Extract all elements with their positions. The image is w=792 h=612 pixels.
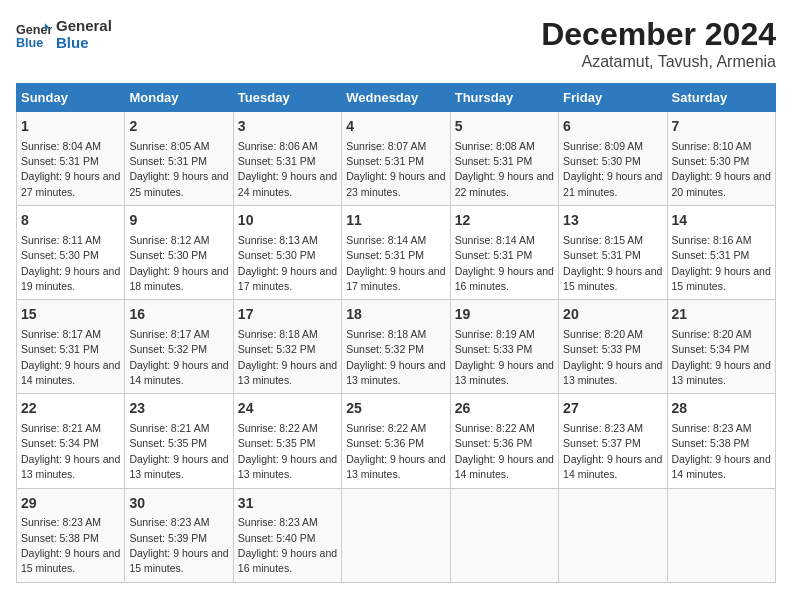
day-number: 11 bbox=[346, 211, 445, 231]
calendar-cell: 28Sunrise: 8:23 AMSunset: 5:38 PMDayligh… bbox=[667, 394, 775, 488]
day-number: 6 bbox=[563, 117, 662, 137]
calendar-cell: 13Sunrise: 8:15 AMSunset: 5:31 PMDayligh… bbox=[559, 206, 667, 300]
day-detail: Sunrise: 8:15 AMSunset: 5:31 PMDaylight:… bbox=[563, 234, 662, 292]
day-detail: Sunrise: 8:16 AMSunset: 5:31 PMDaylight:… bbox=[672, 234, 771, 292]
day-detail: Sunrise: 8:12 AMSunset: 5:30 PMDaylight:… bbox=[129, 234, 228, 292]
day-detail: Sunrise: 8:21 AMSunset: 5:34 PMDaylight:… bbox=[21, 422, 120, 480]
day-detail: Sunrise: 8:22 AMSunset: 5:35 PMDaylight:… bbox=[238, 422, 337, 480]
week-row-2: 8Sunrise: 8:11 AMSunset: 5:30 PMDaylight… bbox=[17, 206, 776, 300]
week-row-3: 15Sunrise: 8:17 AMSunset: 5:31 PMDayligh… bbox=[17, 300, 776, 394]
logo-line1: General bbox=[56, 17, 112, 34]
calendar-cell: 27Sunrise: 8:23 AMSunset: 5:37 PMDayligh… bbox=[559, 394, 667, 488]
calendar-cell: 2Sunrise: 8:05 AMSunset: 5:31 PMDaylight… bbox=[125, 112, 233, 206]
calendar-cell bbox=[559, 488, 667, 582]
calendar-cell: 20Sunrise: 8:20 AMSunset: 5:33 PMDayligh… bbox=[559, 300, 667, 394]
calendar-cell: 23Sunrise: 8:21 AMSunset: 5:35 PMDayligh… bbox=[125, 394, 233, 488]
day-number: 28 bbox=[672, 399, 771, 419]
calendar-cell: 26Sunrise: 8:22 AMSunset: 5:36 PMDayligh… bbox=[450, 394, 558, 488]
day-detail: Sunrise: 8:20 AMSunset: 5:33 PMDaylight:… bbox=[563, 328, 662, 386]
day-detail: Sunrise: 8:17 AMSunset: 5:31 PMDaylight:… bbox=[21, 328, 120, 386]
day-number: 22 bbox=[21, 399, 120, 419]
calendar-cell: 8Sunrise: 8:11 AMSunset: 5:30 PMDaylight… bbox=[17, 206, 125, 300]
day-number: 27 bbox=[563, 399, 662, 419]
day-detail: Sunrise: 8:23 AMSunset: 5:40 PMDaylight:… bbox=[238, 516, 337, 574]
day-detail: Sunrise: 8:21 AMSunset: 5:35 PMDaylight:… bbox=[129, 422, 228, 480]
day-detail: Sunrise: 8:22 AMSunset: 5:36 PMDaylight:… bbox=[346, 422, 445, 480]
day-detail: Sunrise: 8:11 AMSunset: 5:30 PMDaylight:… bbox=[21, 234, 120, 292]
day-number: 7 bbox=[672, 117, 771, 137]
page-header: General Blue General Blue December 2024 … bbox=[16, 16, 776, 71]
logo-icon: General Blue bbox=[16, 16, 52, 52]
day-number: 8 bbox=[21, 211, 120, 231]
page-title: December 2024 bbox=[541, 16, 776, 53]
calendar-cell: 15Sunrise: 8:17 AMSunset: 5:31 PMDayligh… bbox=[17, 300, 125, 394]
day-detail: Sunrise: 8:14 AMSunset: 5:31 PMDaylight:… bbox=[346, 234, 445, 292]
calendar-cell: 9Sunrise: 8:12 AMSunset: 5:30 PMDaylight… bbox=[125, 206, 233, 300]
day-number: 16 bbox=[129, 305, 228, 325]
day-number: 1 bbox=[21, 117, 120, 137]
calendar-cell: 17Sunrise: 8:18 AMSunset: 5:32 PMDayligh… bbox=[233, 300, 341, 394]
logo-line2: Blue bbox=[56, 34, 112, 51]
calendar-cell: 30Sunrise: 8:23 AMSunset: 5:39 PMDayligh… bbox=[125, 488, 233, 582]
calendar-header-row: SundayMondayTuesdayWednesdayThursdayFrid… bbox=[17, 84, 776, 112]
day-detail: Sunrise: 8:18 AMSunset: 5:32 PMDaylight:… bbox=[238, 328, 337, 386]
week-row-5: 29Sunrise: 8:23 AMSunset: 5:38 PMDayligh… bbox=[17, 488, 776, 582]
day-number: 23 bbox=[129, 399, 228, 419]
page-subtitle: Azatamut, Tavush, Armenia bbox=[541, 53, 776, 71]
calendar-cell: 31Sunrise: 8:23 AMSunset: 5:40 PMDayligh… bbox=[233, 488, 341, 582]
week-row-1: 1Sunrise: 8:04 AMSunset: 5:31 PMDaylight… bbox=[17, 112, 776, 206]
day-number: 25 bbox=[346, 399, 445, 419]
day-number: 30 bbox=[129, 494, 228, 514]
column-header-friday: Friday bbox=[559, 84, 667, 112]
calendar-cell bbox=[667, 488, 775, 582]
day-detail: Sunrise: 8:07 AMSunset: 5:31 PMDaylight:… bbox=[346, 140, 445, 198]
day-detail: Sunrise: 8:06 AMSunset: 5:31 PMDaylight:… bbox=[238, 140, 337, 198]
calendar-cell: 22Sunrise: 8:21 AMSunset: 5:34 PMDayligh… bbox=[17, 394, 125, 488]
column-header-saturday: Saturday bbox=[667, 84, 775, 112]
calendar-cell: 25Sunrise: 8:22 AMSunset: 5:36 PMDayligh… bbox=[342, 394, 450, 488]
calendar-cell: 19Sunrise: 8:19 AMSunset: 5:33 PMDayligh… bbox=[450, 300, 558, 394]
day-detail: Sunrise: 8:23 AMSunset: 5:38 PMDaylight:… bbox=[21, 516, 120, 574]
column-header-monday: Monday bbox=[125, 84, 233, 112]
calendar-cell bbox=[342, 488, 450, 582]
day-number: 29 bbox=[21, 494, 120, 514]
day-detail: Sunrise: 8:23 AMSunset: 5:37 PMDaylight:… bbox=[563, 422, 662, 480]
calendar-cell: 10Sunrise: 8:13 AMSunset: 5:30 PMDayligh… bbox=[233, 206, 341, 300]
day-detail: Sunrise: 8:20 AMSunset: 5:34 PMDaylight:… bbox=[672, 328, 771, 386]
day-detail: Sunrise: 8:22 AMSunset: 5:36 PMDaylight:… bbox=[455, 422, 554, 480]
day-number: 2 bbox=[129, 117, 228, 137]
day-detail: Sunrise: 8:05 AMSunset: 5:31 PMDaylight:… bbox=[129, 140, 228, 198]
day-number: 31 bbox=[238, 494, 337, 514]
day-detail: Sunrise: 8:14 AMSunset: 5:31 PMDaylight:… bbox=[455, 234, 554, 292]
calendar-cell: 18Sunrise: 8:18 AMSunset: 5:32 PMDayligh… bbox=[342, 300, 450, 394]
calendar-table: SundayMondayTuesdayWednesdayThursdayFrid… bbox=[16, 83, 776, 583]
calendar-cell: 4Sunrise: 8:07 AMSunset: 5:31 PMDaylight… bbox=[342, 112, 450, 206]
day-number: 5 bbox=[455, 117, 554, 137]
day-number: 17 bbox=[238, 305, 337, 325]
svg-text:Blue: Blue bbox=[16, 36, 43, 50]
day-number: 20 bbox=[563, 305, 662, 325]
calendar-cell: 3Sunrise: 8:06 AMSunset: 5:31 PMDaylight… bbox=[233, 112, 341, 206]
calendar-cell bbox=[450, 488, 558, 582]
day-number: 12 bbox=[455, 211, 554, 231]
column-header-wednesday: Wednesday bbox=[342, 84, 450, 112]
day-detail: Sunrise: 8:08 AMSunset: 5:31 PMDaylight:… bbox=[455, 140, 554, 198]
calendar-cell: 7Sunrise: 8:10 AMSunset: 5:30 PMDaylight… bbox=[667, 112, 775, 206]
day-detail: Sunrise: 8:04 AMSunset: 5:31 PMDaylight:… bbox=[21, 140, 120, 198]
calendar-cell: 11Sunrise: 8:14 AMSunset: 5:31 PMDayligh… bbox=[342, 206, 450, 300]
week-row-4: 22Sunrise: 8:21 AMSunset: 5:34 PMDayligh… bbox=[17, 394, 776, 488]
day-detail: Sunrise: 8:09 AMSunset: 5:30 PMDaylight:… bbox=[563, 140, 662, 198]
day-number: 18 bbox=[346, 305, 445, 325]
day-number: 26 bbox=[455, 399, 554, 419]
title-block: December 2024 Azatamut, Tavush, Armenia bbox=[541, 16, 776, 71]
calendar-cell: 1Sunrise: 8:04 AMSunset: 5:31 PMDaylight… bbox=[17, 112, 125, 206]
day-number: 4 bbox=[346, 117, 445, 137]
day-number: 15 bbox=[21, 305, 120, 325]
day-detail: Sunrise: 8:18 AMSunset: 5:32 PMDaylight:… bbox=[346, 328, 445, 386]
calendar-cell: 5Sunrise: 8:08 AMSunset: 5:31 PMDaylight… bbox=[450, 112, 558, 206]
day-number: 3 bbox=[238, 117, 337, 137]
column-header-tuesday: Tuesday bbox=[233, 84, 341, 112]
day-detail: Sunrise: 8:17 AMSunset: 5:32 PMDaylight:… bbox=[129, 328, 228, 386]
day-number: 14 bbox=[672, 211, 771, 231]
calendar-cell: 6Sunrise: 8:09 AMSunset: 5:30 PMDaylight… bbox=[559, 112, 667, 206]
